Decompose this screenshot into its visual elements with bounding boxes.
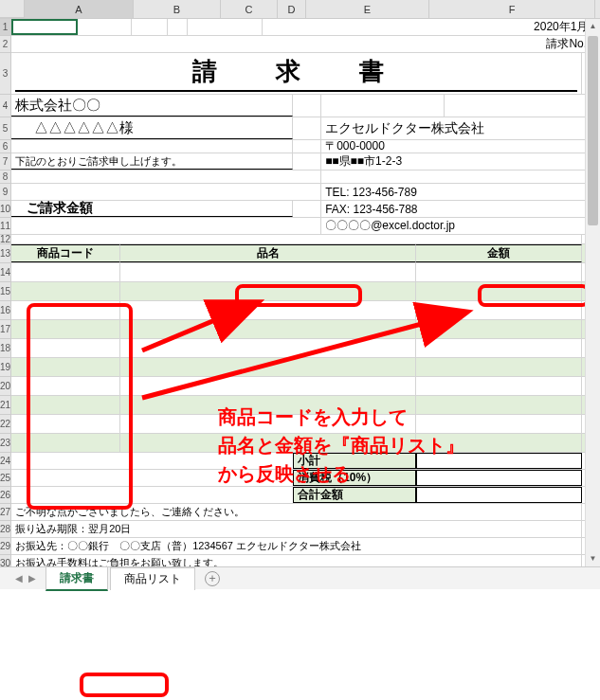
row-header-28[interactable]: 28 <box>0 521 11 538</box>
subtotal-label[interactable]: 小計 <box>293 453 416 469</box>
th-code[interactable]: 商品コード <box>11 244 120 262</box>
cell-D6[interactable] <box>293 140 321 153</box>
cell-E4[interactable] <box>321 95 445 117</box>
row-header-12[interactable]: 12 <box>0 235 11 244</box>
tax-value[interactable] <box>416 470 582 486</box>
row-header-10[interactable]: 10 <box>0 201 11 218</box>
sender-address[interactable]: ■■県■■市1-2-3 <box>321 153 600 170</box>
cell-E8[interactable] <box>321 171 600 183</box>
cell-A11[interactable] <box>11 218 321 234</box>
row-header-8[interactable]: 8 <box>0 171 11 184</box>
row-header-20[interactable]: 20 <box>0 377 11 396</box>
sender-fax[interactable]: FAX: 123-456-788 <box>321 201 600 217</box>
sender-tel[interactable]: TEL: 123-456-789 <box>321 184 600 200</box>
row-header-24[interactable]: 24 <box>0 453 11 470</box>
col-header-A[interactable]: A <box>25 0 134 18</box>
col-header-F[interactable]: F <box>429 0 595 18</box>
row-header-23[interactable]: 23 <box>0 434 11 453</box>
cell-D5[interactable] <box>293 117 321 139</box>
cell-A20[interactable] <box>11 377 120 395</box>
cell-A19[interactable] <box>11 358 120 376</box>
cell-B16[interactable] <box>120 301 416 319</box>
th-amount[interactable]: 金額 <box>416 244 582 262</box>
cell-B19[interactable] <box>120 358 416 376</box>
row-header-4[interactable]: 4 <box>0 95 11 117</box>
cell-F1-date[interactable]: 2020年1月4日 <box>263 19 600 35</box>
scroll-thumb[interactable] <box>588 36 598 225</box>
row-header-18[interactable]: 18 <box>0 339 11 358</box>
cell-E1[interactable] <box>188 19 263 35</box>
cell-F16[interactable] <box>416 301 582 319</box>
cell-B15[interactable] <box>120 282 416 300</box>
sender-email[interactable]: 〇〇〇〇@excel.doctor.jp <box>321 218 600 234</box>
cell-A6[interactable] <box>11 140 293 153</box>
client-company[interactable]: 株式会社〇〇 <box>11 95 293 117</box>
cell-F23[interactable] <box>416 434 582 452</box>
cell-F21[interactable] <box>416 396 582 414</box>
row-header-27[interactable]: 27 <box>0 504 11 521</box>
tab-nav-next-icon[interactable]: ▶ <box>28 573 36 583</box>
row-header-2[interactable]: 2 <box>0 36 11 53</box>
cell-F4[interactable] <box>445 95 600 117</box>
tax-label[interactable]: 消費税（10%） <box>293 470 416 486</box>
row-header-25[interactable]: 25 <box>0 470 11 487</box>
sheet-tab-invoice[interactable]: 請求書 <box>45 566 108 591</box>
cell-F2-invoice-no[interactable]: 請求No.000 <box>253 36 600 52</box>
col-header-B[interactable]: B <box>134 0 221 18</box>
cell-B23[interactable] <box>120 434 416 452</box>
cell-B20[interactable] <box>120 377 416 395</box>
select-all-corner[interactable] <box>0 0 25 18</box>
scroll-down-icon[interactable]: ▼ <box>586 551 600 566</box>
cell-A17[interactable] <box>11 320 120 338</box>
invoice-title[interactable]: 請 求 書 <box>11 53 582 94</box>
cell-A23[interactable] <box>11 434 120 452</box>
intro-text[interactable]: 下記のとおりご請求申し上げます。 <box>11 153 293 170</box>
total-value[interactable] <box>416 487 582 503</box>
cell-A16[interactable] <box>11 301 120 319</box>
row-header-13[interactable]: 13 <box>0 244 11 263</box>
row-header-14[interactable]: 14 <box>0 263 11 282</box>
cell-D7[interactable] <box>293 153 321 170</box>
row-header-9[interactable]: 9 <box>0 184 11 201</box>
row-header-19[interactable]: 19 <box>0 358 11 377</box>
cell-B17[interactable] <box>120 320 416 338</box>
cell-F18[interactable] <box>416 339 582 357</box>
cell-B18[interactable] <box>120 339 416 357</box>
col-header-D[interactable]: D <box>278 0 306 18</box>
cell-F14[interactable] <box>416 263 582 281</box>
cell-D10[interactable] <box>293 201 321 217</box>
cell-A18[interactable] <box>11 339 120 357</box>
subtotal-value[interactable] <box>416 453 582 469</box>
client-name[interactable]: △△△△△△様 <box>11 117 293 139</box>
row-header-17[interactable]: 17 <box>0 320 11 339</box>
sender-postal[interactable]: 〒000-0000 <box>321 140 600 153</box>
sheet-tab-product-list[interactable]: 商品リスト <box>110 567 195 590</box>
row-header-3[interactable]: 3 <box>0 53 11 95</box>
cell-A26[interactable] <box>11 487 293 503</box>
cell-A14[interactable] <box>11 263 120 281</box>
cell-A2[interactable] <box>11 36 253 52</box>
cell-A24[interactable] <box>11 453 293 469</box>
cell-A8[interactable] <box>11 171 321 183</box>
cell-F19[interactable] <box>416 358 582 376</box>
cell-B21[interactable] <box>120 396 416 414</box>
row-header-16[interactable]: 16 <box>0 301 11 320</box>
row-header-22[interactable]: 22 <box>0 415 11 434</box>
cell-A22[interactable] <box>11 415 120 433</box>
sender-name[interactable]: エクセルドクター株式会社 <box>321 117 600 139</box>
cell-A12[interactable] <box>11 235 582 243</box>
cell-A1[interactable] <box>11 19 78 35</box>
row-header-29[interactable]: 29 <box>0 538 11 555</box>
cell-C1[interactable] <box>132 19 168 35</box>
row-header-11[interactable]: 11 <box>0 218 11 235</box>
note-3[interactable]: お振込先：〇〇銀行 〇〇支店（普）1234567 エクセルドクター株式会社 <box>11 538 582 554</box>
cell-F15[interactable] <box>416 282 582 300</box>
cell-F22[interactable] <box>416 415 582 433</box>
row-header-1[interactable]: 1 <box>0 19 11 36</box>
cell-grid[interactable]: 2020年1月4日 請求No.000 請 求 書 株式会社〇〇 <box>11 19 600 589</box>
cell-A9[interactable] <box>11 184 321 200</box>
col-header-C[interactable]: C <box>221 0 278 18</box>
note-2[interactable]: 振り込み期限：翌月20日 <box>11 521 582 537</box>
cell-B22[interactable] <box>120 415 416 433</box>
col-header-E[interactable]: E <box>306 0 429 18</box>
